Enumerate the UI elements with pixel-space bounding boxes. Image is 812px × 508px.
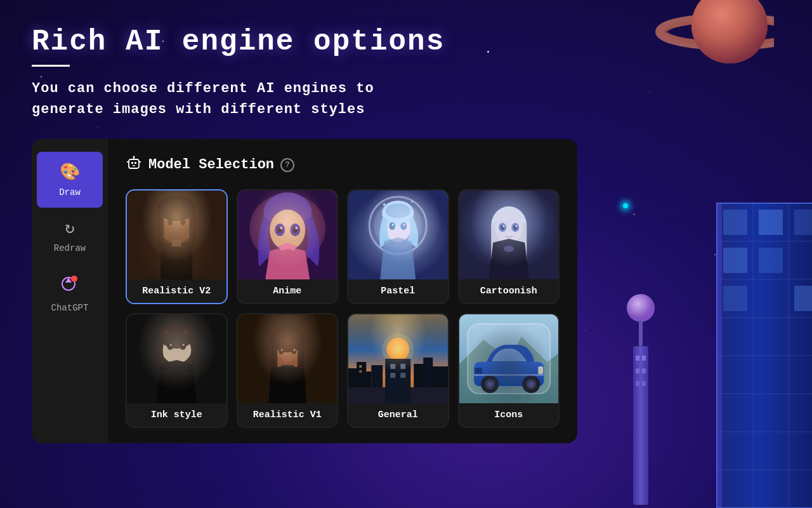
svg-rect-116 (365, 371, 371, 403)
robot-icon (126, 154, 142, 175)
svg-text:✦: ✦ (410, 199, 414, 204)
svg-point-96 (170, 344, 172, 346)
svg-point-90 (160, 328, 192, 364)
svg-point-56 (249, 194, 325, 264)
svg-point-108 (280, 349, 282, 351)
svg-point-51 (167, 219, 173, 225)
svg-point-103 (270, 324, 305, 352)
model-selection-title: Model Selection (148, 157, 274, 173)
svg-point-37 (71, 276, 77, 282)
model-card-anime[interactable]: Anime (237, 189, 339, 304)
svg-rect-114 (348, 368, 360, 403)
svg-rect-127 (390, 373, 395, 378)
model-selection-header: Model Selection ? (126, 154, 560, 175)
svg-rect-124 (385, 359, 410, 403)
svg-rect-110 (281, 365, 294, 367)
svg-point-78 (491, 206, 527, 244)
svg-rect-140 (474, 374, 544, 376)
svg-rect-49 (157, 210, 164, 248)
svg-rect-105 (298, 340, 304, 378)
svg-rect-118 (359, 365, 362, 368)
svg-point-58 (270, 210, 305, 250)
svg-point-66 (369, 197, 426, 254)
model-card-realistic-v1[interactable]: Realistic V1 (237, 313, 339, 428)
svg-rect-79 (491, 222, 500, 279)
model-card-ink-style[interactable]: Ink style (126, 313, 228, 428)
svg-point-62 (292, 227, 298, 233)
svg-rect-55 (238, 190, 337, 279)
model-card-realistic-v2[interactable]: Realistic V2 (126, 189, 228, 304)
sidebar-item-redraw[interactable]: ↻ Redraw (32, 208, 108, 264)
svg-line-98 (160, 371, 173, 375)
svg-rect-104 (271, 340, 277, 378)
svg-rect-115 (357, 362, 366, 403)
sidebar: 🎨 Draw ↻ Redraw ChatGPT (32, 139, 108, 443)
svg-point-82 (499, 223, 506, 232)
svg-rect-122 (431, 366, 447, 403)
svg-point-47 (159, 201, 194, 244)
svg-rect-77 (459, 190, 559, 279)
model-label-general: General (348, 403, 448, 427)
svg-point-135 (522, 375, 540, 393)
svg-rect-46 (127, 190, 226, 279)
svg-point-106 (278, 348, 284, 354)
svg-point-102 (271, 332, 304, 370)
sidebar-item-chatgpt[interactable]: ChatGPT (32, 264, 108, 323)
svg-rect-40 (134, 162, 136, 164)
svg-point-72 (385, 203, 410, 218)
main-content: Rich AI engine options You can choose di… (0, 0, 812, 508)
svg-point-57 (263, 192, 311, 233)
svg-point-43 (133, 156, 135, 158)
model-label-pastel: Pastel (348, 279, 448, 303)
model-thumb-cartoonish (459, 190, 559, 279)
svg-rect-130 (468, 324, 550, 394)
svg-rect-39 (131, 162, 133, 164)
model-label-realistic-v1: Realistic V1 (238, 403, 337, 427)
svg-point-64 (295, 227, 298, 229)
svg-point-60 (290, 224, 300, 236)
model-thumb-icons (459, 314, 559, 403)
svg-point-109 (293, 349, 295, 351)
svg-rect-100 (238, 314, 337, 403)
svg-point-85 (513, 225, 517, 230)
svg-rect-89 (127, 314, 226, 403)
sidebar-draw-label: Draw (59, 187, 81, 197)
svg-point-133 (485, 379, 495, 389)
svg-point-81 (495, 211, 523, 243)
svg-point-134 (487, 382, 492, 387)
svg-point-70 (384, 209, 412, 242)
svg-point-113 (382, 333, 414, 365)
svg-rect-123 (348, 387, 448, 403)
svg-rect-111 (348, 314, 448, 403)
svg-rect-50 (189, 210, 195, 248)
help-button[interactable]: ? (280, 158, 294, 172)
svg-point-52 (180, 219, 185, 225)
sidebar-item-draw[interactable]: 🎨 Draw (37, 152, 103, 208)
svg-point-73 (389, 222, 395, 230)
page-title: Rich AI engine options (32, 25, 780, 58)
svg-point-74 (400, 222, 407, 230)
svg-rect-119 (359, 370, 362, 373)
model-label-cartoonish: Cartoonish (459, 279, 559, 303)
model-thumb-realistic-v2 (127, 190, 226, 279)
svg-point-63 (280, 227, 282, 229)
svg-rect-120 (414, 364, 426, 403)
model-card-cartoonish[interactable]: Cartoonish (458, 189, 560, 304)
svg-rect-138 (538, 366, 543, 374)
svg-rect-41 (133, 165, 135, 166)
svg-rect-65 (348, 190, 448, 279)
svg-point-136 (526, 379, 536, 389)
model-card-general[interactable]: General (347, 313, 449, 428)
svg-point-92 (164, 330, 169, 335)
model-card-pastel[interactable]: ★ ✦ (347, 189, 449, 304)
model-thumb-anime (238, 190, 337, 279)
svg-point-137 (528, 382, 534, 387)
model-card-icons[interactable]: Icons (458, 313, 560, 428)
svg-point-91 (159, 321, 194, 349)
svg-rect-129 (459, 314, 559, 403)
svg-point-95 (180, 342, 186, 350)
svg-rect-53 (160, 243, 192, 279)
svg-point-59 (275, 224, 285, 236)
subtitle-line2: generate images with different styles (32, 102, 365, 117)
svg-rect-121 (423, 358, 433, 403)
